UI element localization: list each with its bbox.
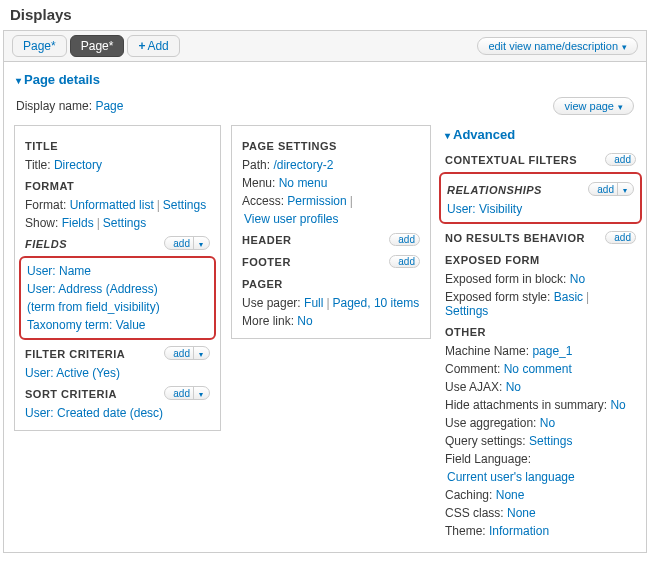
hide-link[interactable]: No [610,398,625,412]
chevron-down-icon [621,184,629,195]
view-page-button[interactable]: view page [553,97,634,115]
edit-view-name-button[interactable]: edit view name/description [477,37,638,55]
header-add-button[interactable]: add [389,233,420,246]
sort-heading: SORT CRITERIA [25,388,117,400]
filter-user-active[interactable]: User: Active (Yes) [25,366,120,380]
nrb-add-button[interactable]: add [605,231,636,244]
exposed-form-heading: EXPOSED FORM [445,254,636,266]
field-taxonomy-value[interactable]: Taxonomy term: Value [27,318,146,332]
column-2: PAGE SETTINGS Path: /directory-2 Menu: N… [231,125,431,339]
footer-add-button[interactable]: add [389,255,420,268]
menu-link[interactable]: No menu [279,176,328,190]
relationships-highlighted-box: RELATIONSHIPSadd User: Visibility [439,172,642,224]
contextual-filters-heading: CONTEXTUAL FILTERS [445,154,577,166]
chevron-down-icon [618,100,623,112]
field-term-visibility[interactable]: (term from field_visibility) [27,300,160,314]
ef-block-link[interactable]: No [570,272,585,286]
rel-add-button[interactable]: add [588,182,634,196]
display-name: Display name: Page [16,99,123,113]
no-results-heading: NO RESULTS BEHAVIOR [445,232,585,244]
access-sub-link[interactable]: View user profiles [244,212,339,226]
show-settings-link[interactable]: Settings [103,216,146,230]
tab-page-1[interactable]: Page* [12,35,67,57]
title-heading: TITLE [25,140,210,152]
query-settings-link[interactable]: Settings [529,434,572,448]
field-lang-link[interactable]: Current user's language [447,470,575,484]
chevron-down-icon [197,238,205,249]
ajax-link[interactable]: No [506,380,521,394]
caching-link[interactable]: None [496,488,525,502]
fields-add-button[interactable]: add [164,236,210,250]
advanced-toggle[interactable]: Advanced [445,125,636,148]
path-link[interactable]: /directory-2 [273,158,333,172]
fields-highlighted-box: User: Name User: Address (Address) (term… [19,256,216,340]
tab-add[interactable]: +Add [127,35,179,57]
ef-style-link[interactable]: Basic [554,290,583,304]
pager-value-link[interactable]: Full [304,296,323,310]
relationships-heading: RELATIONSHIPS [447,184,542,196]
column-3: Advanced CONTEXTUAL FILTERSadd RELATIONS… [441,125,636,540]
comment-link[interactable]: No comment [504,362,572,376]
header-heading: HEADER [242,234,291,246]
format-settings-link[interactable]: Settings [163,198,206,212]
show-value-link[interactable]: Fields [62,216,94,230]
display-name-link[interactable]: Page [95,99,123,113]
fields-heading: FIELDS [25,238,67,250]
filter-heading: FILTER CRITERIA [25,348,125,360]
sort-add-button[interactable]: add [164,386,210,400]
other-heading: OTHER [445,326,636,338]
filter-add-button[interactable]: add [164,346,210,360]
format-heading: FORMAT [25,180,210,192]
chevron-down-icon [16,72,21,87]
more-link[interactable]: No [297,314,312,328]
field-user-name[interactable]: User: Name [27,264,91,278]
tab-page-2-active[interactable]: Page* [70,35,125,57]
displays-header: Displays [0,0,650,27]
pager-items-link[interactable]: Paged, 10 items [333,296,420,310]
plus-icon: + [138,39,145,53]
field-user-address[interactable]: User: Address (Address) [27,282,158,296]
column-1: TITLE Title: Directory FORMAT Format: Un… [14,125,221,431]
page-details-toggle[interactable]: Page details [4,62,646,93]
format-value-link[interactable]: Unformatted list [70,198,154,212]
chevron-down-icon [445,127,450,142]
access-link[interactable]: Permission [287,194,346,208]
display-tabs-bar: Page* Page* +Add edit view name/descript… [4,31,646,62]
footer-heading: FOOTER [242,256,291,268]
machine-name-link[interactable]: page_1 [532,344,572,358]
chevron-down-icon [197,388,205,399]
aggregation-link[interactable]: No [540,416,555,430]
chevron-down-icon [622,40,627,52]
pager-heading: PAGER [242,278,420,290]
css-class-link[interactable]: None [507,506,536,520]
theme-link[interactable]: Information [489,524,549,538]
chevron-down-icon [197,348,205,359]
rel-user-visibility[interactable]: User: Visibility [447,202,522,216]
cf-add-button[interactable]: add [605,153,636,166]
ef-settings-link[interactable]: Settings [445,304,488,318]
sort-created-date[interactable]: User: Created date (desc) [25,406,163,420]
page-settings-heading: PAGE SETTINGS [242,140,420,152]
title-link[interactable]: Directory [54,158,102,172]
